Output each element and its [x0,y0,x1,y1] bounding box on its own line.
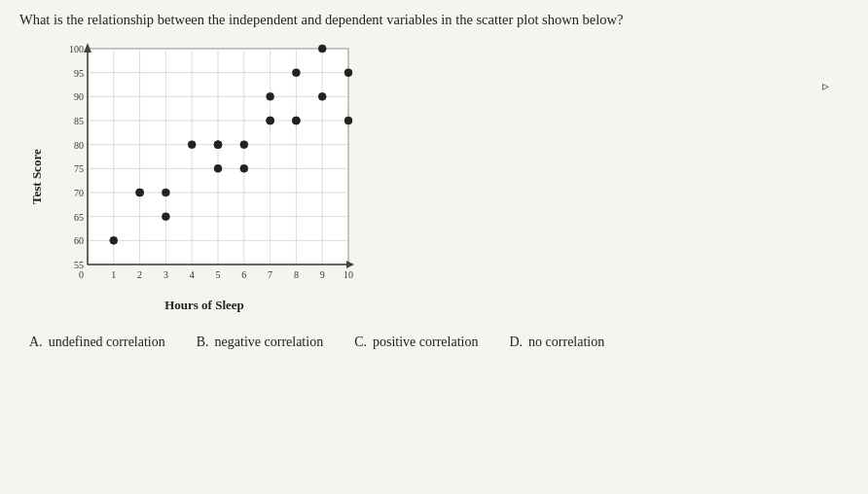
svg-text:85: 85 [74,116,84,126]
svg-text:2: 2 [137,269,142,280]
x-axis-label: Hours of Sleep [164,298,244,313]
svg-text:70: 70 [74,188,84,198]
svg-marker-43 [84,43,91,53]
answer-text: positive correlation [373,335,478,350]
question-text: What is the relationship between the ind… [19,10,701,31]
answer-option-c: C. positive correlation [354,335,478,350]
svg-point-53 [214,140,222,148]
answer-option-b: B. negative correlation [197,335,323,350]
answer-options: A. undefined correlationB. negative corr… [29,335,849,350]
svg-point-59 [267,92,274,100]
svg-text:90: 90 [74,91,84,102]
svg-point-54 [214,164,222,172]
svg-text:9: 9 [320,269,325,280]
svg-text:100: 100 [69,44,84,54]
answer-text: negative correlation [215,335,324,350]
svg-point-46 [110,236,118,244]
answer-letter: C. [354,335,367,350]
svg-text:1: 1 [111,269,116,280]
answer-letter: B. [197,335,209,350]
svg-text:5: 5 [216,269,221,280]
svg-text:0: 0 [79,269,84,280]
svg-point-61 [292,117,300,124]
svg-point-62 [292,68,300,76]
svg-text:60: 60 [74,235,84,246]
svg-text:8: 8 [294,269,299,280]
scatter-plot: 556065707580859095100123456789100 [49,41,360,294]
answer-option-a: A. undefined correlation [29,335,165,350]
svg-point-56 [240,164,248,172]
svg-text:75: 75 [74,163,84,174]
svg-text:4: 4 [190,269,195,280]
svg-point-63 [318,45,326,53]
svg-point-55 [240,140,248,148]
svg-point-50 [162,212,169,220]
svg-text:6: 6 [241,269,246,280]
answer-text: undefined correlation [49,335,165,350]
svg-point-48 [136,189,144,196]
svg-marker-44 [346,261,354,268]
svg-point-58 [267,117,274,124]
svg-point-66 [344,117,352,124]
svg-point-51 [188,140,196,148]
svg-text:95: 95 [74,67,84,78]
svg-text:7: 7 [268,269,272,280]
svg-point-65 [344,68,352,76]
answer-text: no correlation [528,335,604,350]
y-axis-label: Test Score [29,60,45,294]
svg-text:65: 65 [74,211,84,222]
svg-text:3: 3 [163,269,168,280]
svg-text:10: 10 [344,269,353,280]
svg-point-49 [162,189,169,196]
corner-arrow: ▹ [822,78,829,94]
answer-option-d: D. no correlation [509,335,604,350]
answer-letter: D. [509,335,523,350]
svg-point-64 [318,92,326,100]
answer-letter: A. [29,335,43,350]
svg-text:80: 80 [74,139,84,150]
